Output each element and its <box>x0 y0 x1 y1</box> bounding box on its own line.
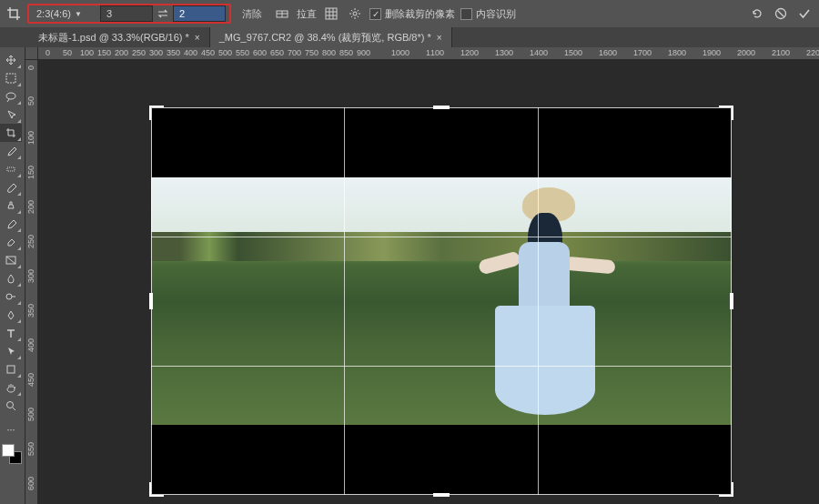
blur-tool[interactable] <box>0 269 22 287</box>
path-select-tool[interactable] <box>0 342 22 360</box>
clear-button[interactable]: 清除 <box>237 7 268 21</box>
checkbox-icon <box>460 8 472 20</box>
hand-tool[interactable] <box>0 378 22 397</box>
edit-toolbar[interactable]: ··· <box>0 420 22 438</box>
svg-rect-4 <box>6 74 15 83</box>
svg-rect-1 <box>326 8 337 19</box>
dodge-tool[interactable] <box>0 287 22 306</box>
crop-settings-icon[interactable] <box>346 5 364 23</box>
ruler-vertical[interactable]: 0 50 100 150 200 250 300 350 400 450 500… <box>25 60 38 504</box>
move-tool[interactable] <box>0 51 22 69</box>
tab-image[interactable]: _MG_9767.CR2 @ 38.4% (裁剪预览, RGB/8*) * × <box>210 27 452 47</box>
aspect-ratio-dropdown[interactable]: 2:3(4:6) ▼ <box>33 5 96 22</box>
svg-point-2 <box>353 12 357 15</box>
eraser-tool[interactable] <box>0 233 22 251</box>
zoom-tool[interactable] <box>0 397 22 415</box>
healing-brush-tool[interactable] <box>0 160 22 178</box>
crop-handle-tr[interactable] <box>719 106 733 120</box>
marquee-tool[interactable] <box>0 69 22 87</box>
svg-point-7 <box>6 294 12 299</box>
svg-point-9 <box>7 402 14 408</box>
close-icon[interactable]: × <box>195 33 200 43</box>
quick-select-tool[interactable] <box>0 106 22 124</box>
checkbox-icon <box>369 8 381 20</box>
ratio-controls-highlight: 2:3(4:6) ▼ 3 2 <box>27 4 231 24</box>
color-swatches[interactable] <box>0 442 22 464</box>
crop-width-input[interactable]: 3 <box>100 5 153 22</box>
type-tool[interactable] <box>0 324 22 342</box>
eyedropper-tool[interactable] <box>0 142 22 160</box>
document-tabs: 未标题-1.psd @ 33.3%(RGB/16) * × _MG_9767.C… <box>0 27 819 47</box>
chevron-down-icon: ▼ <box>75 10 82 18</box>
image-content <box>151 177 732 425</box>
crop-grid-line <box>344 107 345 495</box>
shape-tool[interactable] <box>0 360 22 378</box>
image-subject <box>484 187 612 424</box>
aspect-ratio-value: 2:3(4:6) <box>36 8 71 19</box>
crop-handle-top[interactable] <box>433 106 450 109</box>
crop-handle-tl[interactable] <box>149 106 164 120</box>
cancel-icon[interactable] <box>772 5 790 23</box>
tab-untitled[interactable]: 未标题-1.psd @ 33.3%(RGB/16) * × <box>29 27 210 47</box>
gradient-tool[interactable] <box>0 251 22 269</box>
clone-stamp-tool[interactable] <box>0 197 22 215</box>
history-brush-tool[interactable] <box>0 215 22 233</box>
crop-grid-line <box>151 237 732 237</box>
fg-color-swatch[interactable] <box>2 444 15 457</box>
close-icon[interactable]: × <box>437 33 442 43</box>
crop-handle-right[interactable] <box>730 293 733 309</box>
crop-handle-bl[interactable] <box>149 482 164 497</box>
svg-rect-5 <box>7 167 15 171</box>
straighten-icon[interactable] <box>273 5 291 23</box>
canvas-viewport[interactable] <box>38 60 819 504</box>
workspace: ··· 0 50 100 150 200 250 300 350 400 450… <box>0 47 819 504</box>
crop-grid-line <box>538 107 539 495</box>
pen-tool[interactable] <box>0 306 22 324</box>
commit-icon[interactable] <box>795 5 814 23</box>
crop-tool-icon <box>5 5 22 22</box>
crop-tool[interactable] <box>0 124 22 142</box>
crop-handle-br[interactable] <box>719 482 733 497</box>
options-bar: 2:3(4:6) ▼ 3 2 清除 拉直 删除裁剪的像素 内容识别 <box>0 0 819 27</box>
straighten-label: 拉直 <box>297 7 317 21</box>
delete-cropped-checkbox[interactable]: 删除裁剪的像素 <box>369 7 455 21</box>
svg-rect-8 <box>7 366 15 373</box>
ruler-horizontal[interactable]: 0 50 100 150 200 250 300 350 400 450 500… <box>38 47 819 60</box>
reset-icon[interactable] <box>748 5 766 23</box>
swap-dimensions-button[interactable] <box>157 7 169 20</box>
crop-handle-bottom[interactable] <box>433 493 450 497</box>
tools-panel: ··· <box>0 47 25 504</box>
ruler-origin[interactable] <box>25 47 38 60</box>
crop-handle-left[interactable] <box>149 293 153 309</box>
brush-tool[interactable] <box>0 178 22 197</box>
crop-height-input[interactable]: 2 <box>173 5 226 22</box>
canvas-area[interactable]: 0 50 100 150 200 250 300 350 400 450 500… <box>25 47 819 504</box>
content-aware-checkbox[interactable]: 内容识别 <box>460 7 516 21</box>
overlay-options-icon[interactable] <box>322 5 340 23</box>
lasso-tool[interactable] <box>0 87 22 106</box>
crop-grid-line <box>151 366 732 367</box>
